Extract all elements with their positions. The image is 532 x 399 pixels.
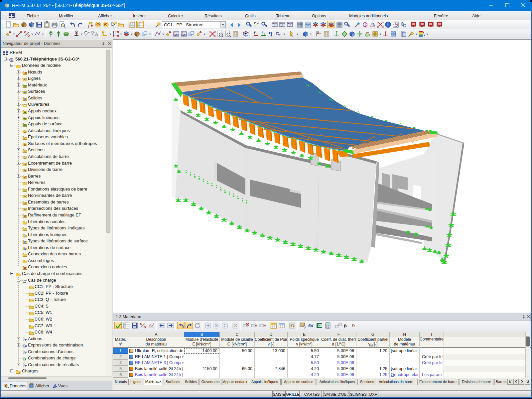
svg-text:xx: xx <box>257 22 260 24</box>
svg-text:fx: fx <box>344 323 347 328</box>
svg-text:17: 17 <box>317 32 320 34</box>
svg-text:6d: 6d <box>308 323 314 328</box>
svg-text:5: 5 <box>4 4 6 8</box>
svg-text:y: y <box>264 32 265 35</box>
svg-text:F: F <box>262 31 264 34</box>
svg-text:F: F <box>269 32 271 35</box>
svg-text:xx: xx <box>87 31 90 34</box>
svg-text:F: F <box>254 31 256 34</box>
svg-text:¥x: ¥x <box>352 323 355 327</box>
svg-text:-x: -x <box>276 31 278 33</box>
svg-text:z: z <box>272 31 274 34</box>
svg-text:x: x <box>256 32 258 35</box>
